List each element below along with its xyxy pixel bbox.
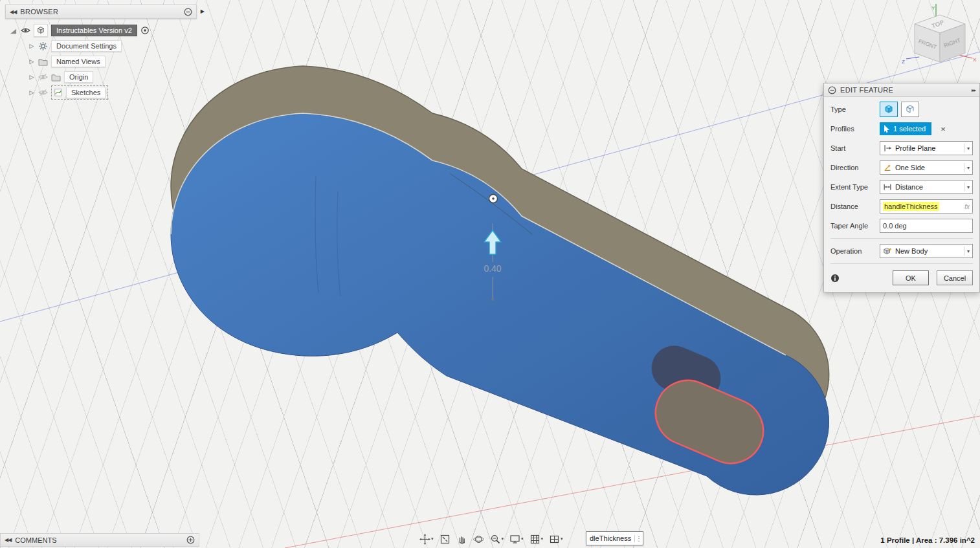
collapse-comments-icon[interactable]: ◀◀ xyxy=(5,537,11,543)
extent-type-row: Extent Type Distance ▾ xyxy=(830,180,973,194)
separator xyxy=(830,238,973,239)
axis-x-label: X xyxy=(973,57,977,63)
visibility-off-eye-icon[interactable] xyxy=(38,89,48,96)
browser-tree: Instructables Version v2 ▷ Document Sett… xyxy=(5,23,197,100)
ok-button[interactable]: OK xyxy=(893,270,929,285)
expand-arrow-icon[interactable]: ▷ xyxy=(28,58,35,65)
dimension-value[interactable]: 0.40 xyxy=(484,263,501,274)
expand-arrow-icon[interactable]: ▷ xyxy=(28,43,35,49)
profiles-label: Profiles xyxy=(830,125,880,133)
panel-expander-icon[interactable]: ▶ xyxy=(201,8,205,14)
operation-row: Operation New Body ▾ xyxy=(830,244,973,258)
tree-item-label[interactable]: Origin xyxy=(64,71,93,83)
distance-label: Distance xyxy=(830,203,880,210)
collapse-panel-icon[interactable]: ◀◀ xyxy=(10,9,16,15)
direction-row: Direction One Side ▾ xyxy=(830,160,973,175)
chevron-down-icon[interactable]: ▾ xyxy=(964,144,970,153)
direction-dropdown[interactable]: One Side ▾ xyxy=(880,160,973,175)
chevron-down-icon[interactable]: ▾ xyxy=(561,536,563,542)
gear-icon xyxy=(38,41,48,51)
start-dropdown[interactable]: Profile Plane ▾ xyxy=(880,141,973,155)
minimize-panel-icon[interactable] xyxy=(184,8,192,16)
axis-z-label: Z xyxy=(902,59,905,65)
expand-arrow-icon[interactable]: ▷ xyxy=(28,74,35,80)
pan-hand-tool[interactable] xyxy=(454,534,469,545)
sketch-point-dot xyxy=(492,197,495,200)
display-settings-icon xyxy=(509,534,520,545)
grid-snap-tool[interactable]: ▾ xyxy=(528,534,546,545)
tree-item-document-settings[interactable]: ▷ Document Settings xyxy=(5,38,197,54)
chevron-down-icon[interactable]: ▾ xyxy=(502,536,504,542)
pan-tool[interactable]: ▾ xyxy=(418,534,436,545)
profiles-selected-pill[interactable]: 1 selected xyxy=(880,122,931,135)
profile-plane-icon xyxy=(883,144,892,153)
clear-selection-icon[interactable]: × xyxy=(941,124,946,134)
start-value: Profile Plane xyxy=(895,144,961,152)
type-row: Type xyxy=(830,102,973,116)
tree-root-component[interactable]: Instructables Version v2 xyxy=(5,23,197,38)
cancel-button[interactable]: Cancel xyxy=(937,270,973,285)
one-side-icon xyxy=(883,163,892,172)
direction-label: Direction xyxy=(830,164,880,171)
operation-value: New Body xyxy=(895,247,961,255)
root-component-label[interactable]: Instructables Version v2 xyxy=(51,25,137,36)
comments-title: COMMENTS xyxy=(15,536,183,544)
zoom-tool[interactable]: ▾ xyxy=(488,534,506,545)
dialog-footer: OK Cancel xyxy=(824,269,979,292)
profiles-row: Profiles 1 selected × xyxy=(830,122,973,136)
tree-item-named-views[interactable]: ▷ Named Views xyxy=(5,54,197,69)
distance-extent-icon xyxy=(883,182,892,192)
tree-item-origin[interactable]: ▷ Origin xyxy=(5,69,197,85)
edit-feature-dialog: EDIT FEATURE ▸▸ Type xyxy=(823,83,980,292)
taper-angle-input[interactable]: 0.0 deg xyxy=(880,219,973,233)
chevron-down-icon[interactable]: ▾ xyxy=(964,163,970,172)
add-comment-icon[interactable] xyxy=(186,536,195,544)
distance-row: Distance handleThickness fx xyxy=(830,199,973,214)
dock-dialog-icon[interactable]: ▸▸ xyxy=(972,87,975,93)
drag-grip-icon[interactable]: ⋮ xyxy=(634,535,643,542)
extent-type-label: Extent Type xyxy=(830,183,880,191)
edit-feature-header[interactable]: EDIT FEATURE ▸▸ xyxy=(824,83,979,97)
extent-type-dropdown[interactable]: Distance ▾ xyxy=(880,180,973,194)
visibility-off-eye-icon[interactable] xyxy=(38,73,48,81)
tree-item-sketches[interactable]: ▷ Sketches xyxy=(5,85,197,100)
tree-item-label[interactable]: Document Settings xyxy=(51,40,122,52)
operation-dropdown[interactable]: New Body ▾ xyxy=(880,244,973,258)
taper-angle-row: Taper Angle 0.0 deg xyxy=(830,219,973,233)
chevron-down-icon[interactable]: ▾ xyxy=(431,536,434,542)
triad-z-axis xyxy=(906,57,919,59)
chevron-down-icon[interactable]: ▾ xyxy=(521,536,524,542)
display-settings-tool[interactable]: ▾ xyxy=(507,534,526,545)
info-icon[interactable] xyxy=(830,274,840,283)
sketch-icon xyxy=(54,88,63,97)
expand-arrow-icon[interactable]: ▷ xyxy=(28,89,35,96)
fit-icon xyxy=(440,534,451,545)
distance-input[interactable]: handleThickness fx xyxy=(880,199,973,214)
comments-bar[interactable]: ◀◀ COMMENTS xyxy=(0,533,199,547)
direction-value: One Side xyxy=(895,164,961,171)
extrude-type-thin-button[interactable] xyxy=(901,102,919,117)
floating-input-value[interactable]: dleThickness xyxy=(586,534,634,542)
orbit-icon xyxy=(473,534,484,545)
orbit-tool[interactable] xyxy=(471,534,486,545)
chevron-down-icon[interactable]: ▾ xyxy=(964,182,970,192)
extrude-type-solid-button[interactable] xyxy=(880,102,898,117)
viewcube[interactable]: Y X Z TOP FRONT RIGHT xyxy=(900,3,977,77)
activate-component-radio-icon[interactable] xyxy=(140,26,150,35)
chevron-down-icon[interactable]: ▾ xyxy=(964,247,970,256)
sketches-group: Sketches xyxy=(51,85,108,100)
chevron-down-icon[interactable]: ▾ xyxy=(541,536,544,542)
start-label: Start xyxy=(830,144,880,152)
folder-icon xyxy=(51,73,61,82)
tree-item-label[interactable]: Named Views xyxy=(51,56,106,67)
operation-label: Operation xyxy=(830,247,880,255)
tree-item-label[interactable]: Sketches xyxy=(66,87,106,98)
separator xyxy=(830,263,973,264)
viewports-tool[interactable]: ▾ xyxy=(547,534,565,545)
visibility-eye-icon[interactable] xyxy=(21,27,30,34)
taper-angle-value: 0.0 deg xyxy=(883,222,907,230)
floating-dimension-input[interactable]: dleThickness ⋮ xyxy=(586,531,643,545)
collapse-dialog-icon[interactable] xyxy=(828,86,836,94)
browser-header[interactable]: ◀◀ BROWSER ▶ xyxy=(5,5,197,19)
fit-tool[interactable] xyxy=(438,534,452,545)
